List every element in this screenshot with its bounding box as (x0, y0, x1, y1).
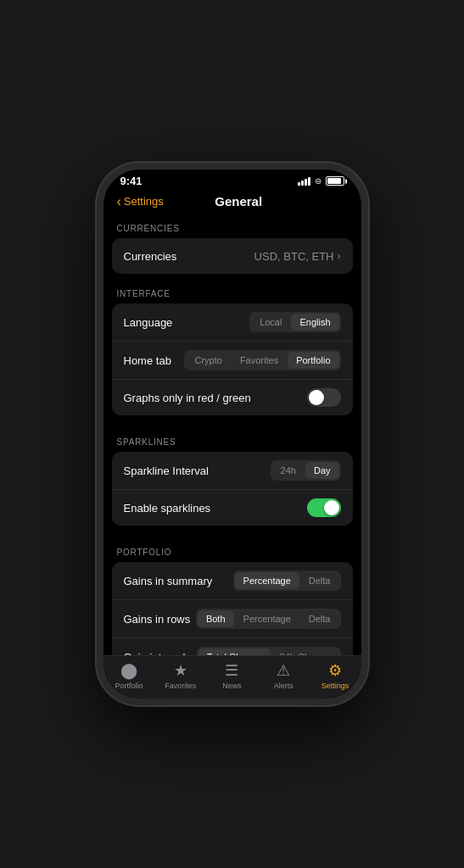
language-local-btn[interactable]: Local (251, 314, 290, 331)
home-tab-portfolio-btn[interactable]: Portfolio (288, 352, 338, 369)
gain-interval-24h-btn[interactable]: 24h Change (271, 648, 339, 655)
interface-card: Language Local English Home tab Crypto F… (112, 303, 353, 415)
sparkline-24h-btn[interactable]: 24h (272, 462, 305, 479)
currencies-value[interactable]: USD, BTC, ETH › (254, 250, 341, 263)
currencies-row[interactable]: Currencies USD, BTC, ETH › (112, 238, 353, 274)
gains-summary-label: Gains in summary (124, 575, 213, 587)
enable-sparklines-label: Enable sparklines (124, 502, 211, 515)
battery-icon (326, 176, 344, 186)
settings-icon: ⚙ (328, 661, 342, 680)
back-chevron-icon: ‹ (117, 195, 121, 209)
gains-rows-both-btn[interactable]: Both (198, 610, 234, 627)
sparklines-toggle[interactable] (307, 498, 341, 517)
enable-sparklines-row: Enable sparklines (112, 490, 353, 526)
tab-news-label: News (222, 682, 242, 690)
tab-portfolio[interactable]: ⬤ Portfolio (103, 661, 155, 690)
tab-alerts[interactable]: ⚠ Alerts (258, 661, 310, 690)
graphs-toggle[interactable] (307, 388, 341, 407)
home-tab-segment[interactable]: Crypto Favorites Portfolio (184, 350, 340, 370)
gains-rows-label: Gains in rows (124, 613, 191, 626)
gains-rows-row: Gains in rows Both Percentage Delta (112, 600, 353, 638)
sparkline-day-btn[interactable]: Day (305, 462, 339, 479)
sparkline-interval-segment[interactable]: 24h Day (271, 460, 341, 481)
toggle-knob (309, 390, 324, 405)
favorites-icon: ★ (174, 661, 187, 680)
portfolio-card: Gains in summary Percentage Delta Gains … (112, 562, 353, 655)
home-tab-label: Home tab (124, 354, 171, 367)
nav-bar: ‹ Settings General (103, 189, 361, 212)
home-tab-favorites-btn[interactable]: Favorites (232, 352, 287, 369)
language-label: Language (124, 316, 173, 329)
tab-favorites-label: Favorites (165, 682, 196, 690)
wifi-icon: ⊜ (315, 176, 321, 186)
tab-favorites[interactable]: ★ Favorites (154, 661, 206, 690)
sparkline-interval-row: Sparkline Interval 24h Day (112, 452, 353, 490)
graphs-label: Graphs only in red / green (124, 392, 251, 404)
sparkline-interval-label: Sparkline Interval (124, 465, 209, 477)
phone-frame: 9:41 ⊜ ‹ Settings General CURRENCIES (97, 163, 368, 705)
gain-interval-total-btn[interactable]: Total Change (198, 648, 271, 655)
currencies-section-header: CURRENCIES (103, 212, 361, 238)
home-tab-crypto-btn[interactable]: Crypto (186, 352, 230, 369)
gain-interval-row: Gain interval Total Change 24h Change (112, 638, 353, 655)
status-bar: 9:41 ⊜ (103, 170, 361, 189)
gains-rows-pct-btn[interactable]: Percentage (235, 610, 299, 627)
home-tab-row: Home tab Crypto Favorites Portfolio (112, 342, 353, 380)
status-icons: ⊜ (298, 176, 344, 186)
page-title: General (130, 194, 348, 209)
settings-content[interactable]: CURRENCIES Currencies USD, BTC, ETH › IN… (103, 212, 361, 655)
sparklines-card: Sparkline Interval 24h Day Enable sparkl… (112, 452, 353, 526)
gains-rows-segment[interactable]: Both Percentage Delta (196, 609, 341, 629)
tab-bar: ⬤ Portfolio ★ Favorites ☰ News ⚠ Alerts … (103, 655, 361, 698)
currencies-card: Currencies USD, BTC, ETH › (112, 238, 353, 274)
portfolio-icon: ⬤ (120, 661, 137, 680)
news-icon: ☰ (225, 661, 238, 680)
currencies-text: USD, BTC, ETH (254, 250, 334, 263)
language-segment[interactable]: Local English (249, 312, 340, 332)
tab-settings-label: Settings (321, 682, 349, 690)
gains-summary-row: Gains in summary Percentage Delta (112, 562, 353, 600)
tab-settings[interactable]: ⚙ Settings (310, 661, 361, 690)
currencies-label: Currencies (124, 250, 177, 263)
interface-section-header: INTERFACE (103, 277, 361, 303)
toggle-knob-sparklines (324, 500, 339, 515)
graphs-row: Graphs only in red / green (112, 380, 353, 415)
gain-interval-segment[interactable]: Total Change 24h Change (197, 647, 341, 655)
sparklines-section-header: SPARKLINES (103, 426, 361, 452)
tab-portfolio-label: Portfolio (115, 682, 143, 690)
gains-summary-segment[interactable]: Percentage Delta (233, 570, 341, 591)
portfolio-section-header: PORTFOLIO (103, 536, 361, 562)
gains-summary-delta-btn[interactable]: Delta (300, 572, 339, 589)
status-time: 9:41 (120, 175, 143, 187)
language-english-btn[interactable]: English (291, 314, 338, 331)
chevron-right-icon: › (338, 250, 341, 262)
language-row: Language Local English (112, 303, 353, 342)
signal-icon (298, 177, 310, 186)
tab-news[interactable]: ☰ News (206, 661, 258, 690)
phone-screen: 9:41 ⊜ ‹ Settings General CURRENCIES (103, 170, 361, 698)
alerts-icon: ⚠ (277, 661, 290, 680)
gains-summary-pct-btn[interactable]: Percentage (235, 572, 299, 589)
tab-alerts-label: Alerts (274, 682, 293, 690)
gains-rows-delta-btn[interactable]: Delta (300, 610, 339, 627)
